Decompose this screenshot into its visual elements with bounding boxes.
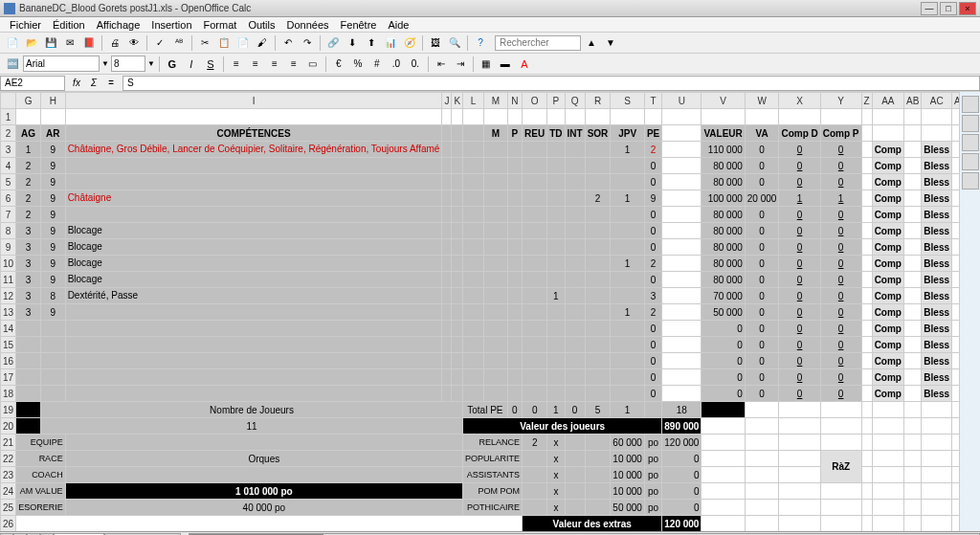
cell[interactable] [442, 239, 452, 256]
row-header[interactable]: 13 [1, 304, 16, 321]
cell[interactable] [565, 386, 585, 402]
cell[interactable] [585, 304, 611, 321]
cell[interactable]: 0 [745, 353, 779, 369]
cell[interactable]: REU [523, 125, 547, 142]
cell[interactable] [507, 272, 522, 288]
cell[interactable] [442, 337, 452, 353]
cell[interactable]: 0 [779, 207, 820, 223]
cell[interactable] [861, 174, 872, 190]
cell[interactable]: ESORERIE [16, 500, 66, 516]
open-icon[interactable]: 📂 [23, 34, 40, 52]
cell[interactable] [952, 109, 959, 125]
cell[interactable] [16, 402, 41, 418]
cell[interactable]: x [547, 467, 565, 483]
cell[interactable] [442, 369, 452, 386]
col-header[interactable]: I [65, 93, 442, 109]
cell[interactable] [565, 223, 585, 239]
cell[interactable]: 9 [40, 190, 65, 207]
col-header[interactable]: AD [952, 93, 959, 109]
cell[interactable] [745, 451, 779, 467]
cell[interactable]: 0 [779, 321, 820, 337]
cell[interactable] [65, 321, 442, 337]
cell[interactable]: 9 [40, 174, 65, 190]
cell[interactable] [442, 109, 452, 125]
cell[interactable]: po [644, 500, 661, 516]
font-select[interactable] [23, 56, 100, 72]
cell[interactable] [65, 207, 442, 223]
menu-edit[interactable]: Édition [47, 19, 91, 31]
cell[interactable]: x [547, 500, 565, 516]
cell[interactable] [861, 321, 872, 337]
cell[interactable] [745, 516, 779, 532]
cell[interactable] [565, 435, 585, 451]
cell[interactable] [820, 483, 861, 500]
cell[interactable] [903, 142, 921, 158]
comp-button[interactable]: Comp [872, 386, 903, 402]
cell[interactable] [585, 272, 611, 288]
cell[interactable] [463, 321, 484, 337]
menu-view[interactable]: Affichage [91, 19, 146, 31]
cell[interactable] [484, 239, 508, 256]
cell[interactable]: 0 [779, 386, 820, 402]
cell[interactable] [585, 288, 611, 304]
cell[interactable] [565, 158, 585, 174]
cell[interactable] [463, 109, 484, 125]
cell[interactable]: 0 [745, 272, 779, 288]
comp-button[interactable]: Comp [872, 239, 903, 256]
cell[interactable]: 3 [16, 288, 41, 304]
cell[interactable] [547, 158, 565, 174]
link-icon[interactable]: 🔗 [324, 34, 342, 52]
comp-button[interactable]: Comp [872, 353, 903, 369]
cell[interactable] [463, 288, 484, 304]
cell[interactable]: 0 [779, 158, 820, 174]
cell[interactable] [507, 369, 522, 386]
cell[interactable] [903, 239, 921, 256]
cell[interactable] [65, 337, 442, 353]
cell[interactable] [611, 386, 645, 402]
cell[interactable] [861, 239, 872, 256]
cell[interactable] [745, 402, 779, 418]
cell[interactable] [585, 353, 611, 369]
cell[interactable]: 18 [662, 402, 702, 418]
cell[interactable] [585, 321, 611, 337]
cell[interactable]: po [644, 451, 661, 467]
cell[interactable] [662, 125, 702, 142]
bless-button[interactable]: Bless [922, 304, 952, 321]
cell[interactable] [547, 256, 565, 272]
cell[interactable]: POPULARITE [463, 451, 523, 467]
bless-button[interactable]: Bless [922, 190, 952, 207]
cell[interactable] [16, 353, 41, 369]
cell[interactable]: ASSISTANTS [463, 467, 523, 483]
cell[interactable]: 80 000 [702, 158, 745, 174]
col-header[interactable]: R [585, 93, 611, 109]
cell[interactable] [922, 109, 952, 125]
cell[interactable] [662, 288, 702, 304]
cell[interactable] [611, 239, 645, 256]
sort-asc-icon[interactable]: ⬇ [344, 34, 361, 52]
cell[interactable]: INT [565, 125, 585, 142]
cell[interactable] [523, 353, 547, 369]
cell[interactable] [779, 435, 820, 451]
cell[interactable]: 1 [547, 402, 565, 418]
cell[interactable] [585, 109, 611, 125]
cell[interactable] [779, 109, 820, 125]
cell[interactable]: EQUIPE [16, 435, 66, 451]
cell[interactable] [922, 467, 952, 483]
cell[interactable]: 0 [820, 337, 861, 353]
cell[interactable] [952, 256, 959, 272]
cell[interactable] [903, 288, 921, 304]
cell[interactable] [585, 500, 611, 516]
cell[interactable]: 0 [745, 337, 779, 353]
cell[interactable] [903, 256, 921, 272]
cell[interactable] [507, 239, 522, 256]
cell[interactable]: Blocage [65, 272, 442, 288]
cell[interactable]: 0 [820, 174, 861, 190]
cell[interactable] [872, 516, 903, 532]
cell[interactable] [922, 418, 952, 435]
bless-button[interactable]: Bless [922, 207, 952, 223]
sidebar-gallery-icon[interactable] [962, 134, 979, 151]
cell[interactable]: COMPÉTENCES [65, 125, 442, 142]
cell[interactable] [65, 158, 442, 174]
zoom-icon[interactable]: 🔍 [446, 34, 463, 52]
cell[interactable]: 120 000 [662, 435, 702, 451]
